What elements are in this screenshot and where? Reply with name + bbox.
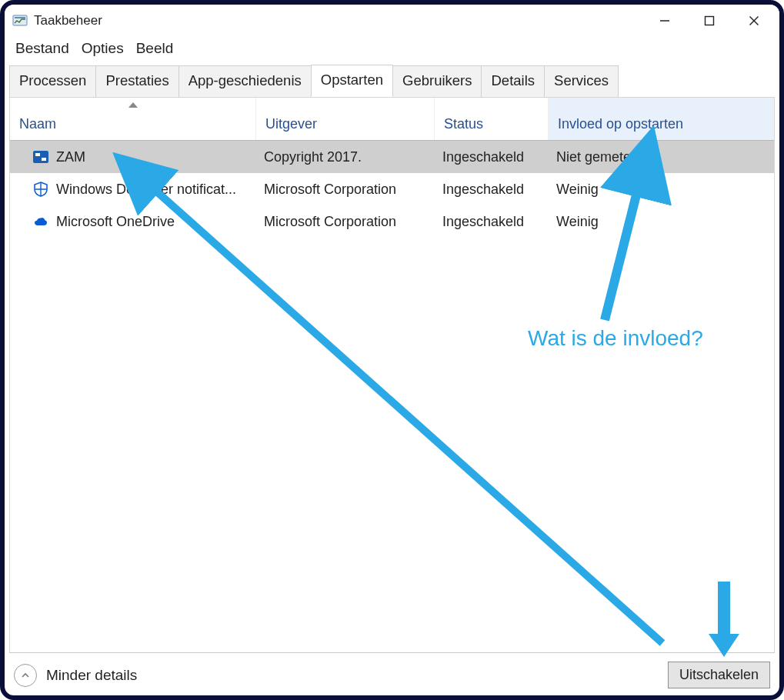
tab-details[interactable]: Details — [481, 65, 545, 97]
tab-app-geschiedenis[interactable]: App-geschiedenis — [178, 65, 312, 97]
close-button[interactable] — [732, 6, 776, 35]
cell-status: Ingeschakeld — [435, 214, 549, 230]
startup-rows: ZAM Copyright 2017. Ingeschakeld Niet ge… — [10, 141, 774, 238]
window-title: Taakbeheer — [34, 13, 102, 28]
cell-naam: ZAM — [56, 149, 85, 165]
sort-ascending-icon — [128, 102, 138, 108]
titlebar: Taakbeheer — [5, 5, 779, 37]
menu-bestand[interactable]: Bestand — [11, 38, 74, 58]
cell-invloed: Weinig — [549, 182, 774, 198]
cell-invloed: Niet gemeten — [549, 149, 774, 165]
menubar: Bestand Opties Beeld — [5, 37, 779, 65]
tab-gebruikers[interactable]: Gebruikers — [392, 65, 482, 97]
column-header-invloed[interactable]: Invloed op opstarten — [549, 98, 774, 140]
cell-uitgever: Microsoft Corporation — [256, 214, 435, 230]
minimize-button[interactable] — [642, 6, 687, 35]
fewer-details-toggle[interactable]: Minder details — [14, 664, 137, 687]
task-manager-icon — [12, 13, 28, 28]
svg-rect-7 — [35, 153, 40, 156]
column-header-status[interactable]: Status — [435, 98, 549, 140]
onedrive-icon — [33, 214, 48, 229]
column-headers: Naam Uitgever Status Invloed op opstarte… — [10, 98, 774, 141]
svg-line-4 — [750, 17, 759, 25]
zam-icon — [33, 149, 48, 165]
tab-opstarten[interactable]: Opstarten — [311, 65, 393, 97]
bottom-bar: Minder details Uitschakelen — [9, 652, 775, 691]
tab-processen[interactable]: Processen — [9, 65, 96, 97]
svg-rect-3 — [706, 17, 714, 25]
cell-uitgever: Microsoft Corporation — [256, 182, 435, 198]
table-row[interactable]: Windows Defender notificat... Microsoft … — [10, 173, 774, 205]
cell-status: Ingeschakeld — [435, 182, 549, 198]
cell-status: Ingeschakeld — [435, 149, 549, 165]
column-header-uitgever[interactable]: Uitgever — [256, 98, 435, 140]
cell-uitgever: Copyright 2017. — [256, 149, 435, 165]
chevron-up-icon — [14, 664, 37, 687]
cell-invloed: Weinig — [549, 214, 774, 230]
startup-tab-content: Naam Uitgever Status Invloed op opstarte… — [9, 97, 775, 678]
svg-rect-8 — [42, 158, 46, 161]
column-header-naam[interactable]: Naam — [10, 98, 256, 140]
svg-rect-6 — [33, 151, 48, 163]
svg-line-5 — [750, 17, 759, 25]
tab-prestaties[interactable]: Prestaties — [95, 65, 178, 97]
tab-services[interactable]: Services — [544, 65, 619, 97]
column-header-label: Status — [444, 116, 483, 132]
fewer-details-label: Minder details — [46, 667, 137, 684]
cell-naam: Microsoft OneDrive — [56, 214, 175, 230]
disable-button[interactable]: Uitschakelen — [668, 662, 770, 688]
tabstrip: Processen Prestaties App-geschiedenis Op… — [5, 65, 779, 97]
maximize-button[interactable] — [687, 6, 732, 35]
cell-naam: Windows Defender notificat... — [56, 182, 236, 198]
column-header-label: Invloed op opstarten — [558, 116, 683, 132]
menu-beeld[interactable]: Beeld — [132, 38, 178, 58]
table-row[interactable]: ZAM Copyright 2017. Ingeschakeld Niet ge… — [10, 141, 774, 173]
table-row[interactable]: Microsoft OneDrive Microsoft Corporation… — [10, 205, 774, 238]
menu-opties[interactable]: Opties — [77, 38, 128, 58]
column-header-label: Uitgever — [265, 116, 317, 132]
defender-icon — [33, 182, 48, 197]
column-header-label: Naam — [19, 116, 56, 132]
svg-rect-1 — [15, 17, 25, 18]
